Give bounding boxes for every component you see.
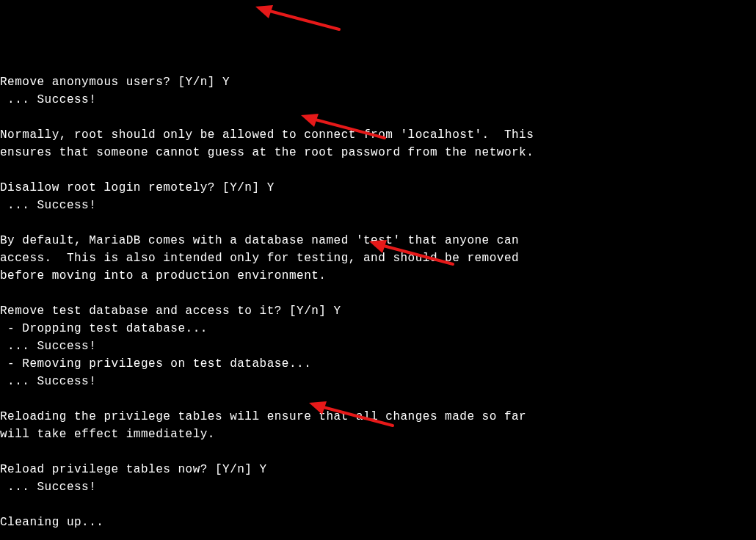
terminal-line [0, 496, 756, 514]
terminal-line: ... Success! [0, 197, 756, 214]
terminal-line: before moving into a production environm… [0, 267, 756, 285]
terminal-line: ... Success! [0, 478, 756, 496]
svg-marker-1 [255, 5, 273, 18]
terminal-line: Disallow root login remotely? [Y/n] Y [0, 179, 756, 197]
terminal-line: - Dropping test database... [0, 320, 756, 338]
terminal-line [0, 285, 756, 302]
terminal-line: Remove test database and access to it? [… [0, 302, 756, 320]
terminal-line [0, 109, 756, 126]
terminal-line: ... Success! [0, 338, 756, 355]
terminal-line: access. This is also intended only for t… [0, 249, 756, 267]
annotation-arrow-icon [251, 0, 346, 35]
terminal-line: Normally, root should only be allowed to… [0, 126, 756, 144]
terminal-line: Remove anonymous users? [Y/n] Y [0, 73, 756, 91]
terminal-line [0, 531, 756, 540]
terminal-line [0, 161, 756, 179]
terminal-line: ... Success! [0, 91, 756, 109]
terminal-line: Reloading the privilege tables will ensu… [0, 408, 756, 426]
terminal-line: Reload privilege tables now? [Y/n] Y [0, 461, 756, 478]
terminal-output: Remove anonymous users? [Y/n] Y ... Succ… [0, 73, 756, 540]
terminal-line: ... Success! [0, 373, 756, 390]
terminal-line [0, 443, 756, 461]
terminal-line: ensures that someone cannot guess at the… [0, 144, 756, 161]
terminal-line: - Removing privileges on test database..… [0, 355, 756, 373]
svg-line-0 [264, 10, 339, 29]
terminal-line: Cleaning up... [0, 514, 756, 531]
terminal-line [0, 390, 756, 408]
terminal-line: will take effect immediately. [0, 426, 756, 443]
terminal-line [0, 214, 756, 232]
terminal-line: By default, MariaDB comes with a databas… [0, 232, 756, 249]
